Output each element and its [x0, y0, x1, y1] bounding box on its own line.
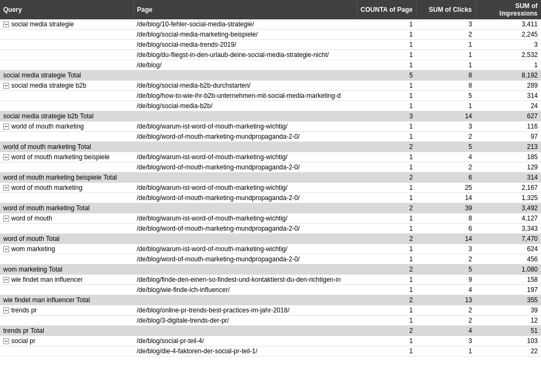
clicks-cell: 1	[416, 101, 475, 111]
total-label: wom marketing Total	[0, 265, 357, 275]
collapse-button[interactable]: −	[3, 338, 9, 344]
group-header-row: −word of mouth/de/blog/warum-ist-word-of…	[0, 213, 541, 224]
total-impressions: 355	[475, 295, 541, 305]
total-impressions: 213	[475, 142, 541, 152]
sub-row: /de/blog/word-of-mouth-marketing-mundpro…	[0, 224, 541, 234]
collapse-button[interactable]: −	[3, 185, 9, 191]
counta-cell: 1	[357, 122, 416, 132]
total-row: word of mouth marketing Total2393,492	[0, 203, 541, 213]
collapse-button[interactable]: −	[3, 246, 9, 252]
impressions-cell: 12	[475, 316, 541, 326]
page-cell: /de/blog/die-4-faktoren-der-social-pr-te…	[134, 346, 357, 357]
collapse-button[interactable]: −	[3, 277, 9, 283]
query-empty	[0, 285, 134, 295]
query-cell: −wie findet man influencer	[0, 275, 134, 285]
page-cell: /de/blog/warum-ist-word-of-mouth-marketi…	[134, 244, 357, 254]
header-query: Query	[0, 0, 134, 19]
page-cell: /de/blog/word-of-mouth-marketing-mundpro…	[134, 224, 357, 234]
impressions-cell: 2,245	[475, 30, 541, 40]
clicks-cell: 2	[416, 316, 475, 326]
counta-cell: 1	[357, 162, 416, 173]
query-empty	[0, 224, 134, 234]
group-header-row: −trends pr/de/blog/online-pr-trends-best…	[0, 305, 541, 316]
clicks-cell: 3	[416, 19, 475, 30]
page-cell: /de/blog/10-fehler-social-media-strategi…	[134, 19, 357, 30]
total-clicks: 4	[416, 326, 475, 336]
clicks-cell: 1	[416, 50, 475, 60]
impressions-cell: 1,325	[475, 193, 541, 203]
counta-cell: 1	[357, 101, 416, 111]
query-cell: −wom marketing	[0, 244, 134, 254]
total-label: word of mouth Total	[0, 234, 357, 244]
counta-cell: 1	[357, 81, 416, 91]
counta-cell: 1	[357, 346, 416, 357]
query-empty	[0, 101, 134, 111]
impressions-cell: 3,343	[475, 224, 541, 234]
sub-row: /de/blog/word-of-mouth-marketing-mundpro…	[0, 162, 541, 173]
total-clicks: 6	[416, 173, 475, 183]
counta-cell: 1	[357, 30, 416, 40]
total-impressions: 3,492	[475, 203, 541, 213]
total-label: social media strategie Total	[0, 70, 357, 81]
impressions-cell: 97	[475, 132, 541, 142]
sub-row: /de/blog/social-media-trends-2019/113	[0, 40, 541, 50]
total-impressions: 1,080	[475, 265, 541, 275]
header-impressions: SUM of Impressions	[475, 0, 541, 19]
collapse-button[interactable]: −	[3, 124, 9, 130]
query-text: word of mouth marketing beispiele	[11, 153, 110, 161]
total-counta: 2	[357, 142, 416, 152]
impressions-cell: 103	[475, 336, 541, 346]
page-cell: /de/blog/word-of-mouth-marketing-mundpro…	[134, 132, 357, 142]
query-cell: −word of mouth	[0, 213, 134, 224]
query-empty	[0, 60, 134, 70]
counta-cell: 1	[357, 316, 416, 326]
query-text: social media strategie b2b	[11, 82, 86, 89]
counta-cell: 1	[357, 224, 416, 234]
clicks-cell: 2	[416, 305, 475, 316]
total-impressions: 51	[475, 326, 541, 336]
query-cell: −word of mouth marketing	[0, 183, 134, 193]
clicks-cell: 1	[416, 60, 475, 70]
page-cell: /de/blog/how-to-wie-ihr-b2b-unternehmen-…	[134, 91, 357, 101]
page-cell: /de/blog/social-pr-teil-4/	[134, 336, 357, 346]
total-impressions: 8,192	[475, 70, 541, 81]
counta-cell: 1	[357, 50, 416, 60]
query-text: word of mouth marketing	[11, 184, 82, 191]
sub-row: /de/blog/word-of-mouth-marketing-mundpro…	[0, 193, 541, 203]
counta-cell: 1	[357, 152, 416, 162]
clicks-cell: 8	[416, 81, 475, 91]
collapse-button[interactable]: −	[3, 216, 9, 222]
counta-cell: 1	[357, 244, 416, 254]
query-empty	[0, 30, 134, 40]
collapse-button[interactable]: −	[3, 22, 9, 27]
total-clicks: 14	[416, 234, 475, 244]
page-cell: /de/blog/warum-ist-word-of-mouth-marketi…	[134, 213, 357, 224]
impressions-cell: 185	[475, 152, 541, 162]
clicks-cell: 3	[416, 122, 475, 132]
query-cell: −social pr	[0, 336, 134, 346]
query-text: wom marketing	[11, 245, 55, 253]
page-cell: /de/blog/word-of-mouth-marketing-mundpro…	[134, 193, 357, 203]
group-header-row: −social pr/de/blog/social-pr-teil-4/1310…	[0, 336, 541, 346]
total-impressions: 314	[475, 173, 541, 183]
query-text: wie findet man influencer	[11, 276, 83, 283]
page-cell: /de/blog/social-media-b2b/	[134, 101, 357, 111]
page-cell: /de/blog/finde-den-einen-so-findest-und-…	[134, 275, 357, 285]
total-row: world of mouth marketing Total25213	[0, 142, 541, 152]
impressions-cell: 289	[475, 81, 541, 91]
sub-row: /de/blog/word-of-mouth-marketing-mundpro…	[0, 254, 541, 265]
query-empty	[0, 162, 134, 173]
query-cell: −social media strategie	[0, 19, 134, 30]
collapse-button[interactable]: −	[3, 308, 9, 313]
total-label: word of mouth marketing beispiele Total	[0, 173, 357, 183]
total-row: trends pr Total2451	[0, 326, 541, 336]
query-cell: −world of mouth marketing	[0, 122, 134, 132]
counta-cell: 1	[357, 19, 416, 30]
collapse-button[interactable]: −	[3, 83, 9, 89]
impressions-cell: 314	[475, 91, 541, 101]
clicks-cell: 25	[416, 183, 475, 193]
counta-cell: 1	[357, 275, 416, 285]
query-text: world of mouth marketing	[11, 123, 84, 130]
collapse-button[interactable]: −	[3, 154, 9, 160]
query-empty	[0, 40, 134, 50]
